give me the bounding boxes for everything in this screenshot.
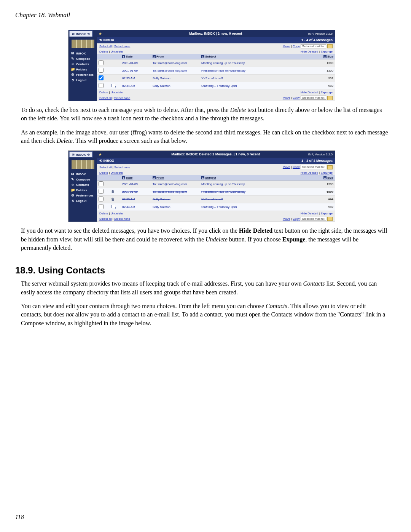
col-subject[interactable]: ▲Subject <box>200 54 315 59</box>
sidebar-item-inbox[interactable]: ✉INBOX <box>70 51 96 56</box>
text: To do so, check the box next to each mes… <box>21 107 230 113</box>
help-icon[interactable]: ★ <box>99 152 102 157</box>
row-checkbox[interactable] <box>99 189 104 194</box>
cell-date: 2001-01-09 <box>121 59 151 67</box>
sidebar-item-contacts[interactable]: ☺Contacts <box>70 61 96 67</box>
folder-icon[interactable] <box>327 44 333 48</box>
expunge-link[interactable]: Expunge <box>320 91 333 94</box>
undelete-link[interactable]: Undelete <box>111 171 123 174</box>
tab-inbox[interactable]: ✉INBOX⟲ <box>69 152 92 157</box>
sidebar-item-label: Preferences <box>76 194 94 197</box>
folder-icon[interactable] <box>327 217 333 221</box>
folder-icon[interactable] <box>327 96 333 100</box>
text: The server webmail system provides two m… <box>21 280 303 287</box>
version-label: IMP, Version 3.2.5 <box>274 30 335 37</box>
undelete-link[interactable]: Undelete <box>111 212 123 215</box>
table-row[interactable]: 2001-01-09To: sales@code-dog.comMeeting … <box>97 59 335 67</box>
col-size[interactable]: ▲Size <box>315 175 335 181</box>
sidebar-item-logout[interactable]: ⎋Logout <box>70 198 96 203</box>
row-checkbox[interactable] <box>99 68 104 73</box>
sidebar-item-preferences[interactable]: ⚙Preferences <box>70 193 96 198</box>
table-row[interactable]: 🗑02:33 AMSally SalmonXYZ conf is on!!901 <box>97 195 335 203</box>
paragraph: As an example, in the image above, our u… <box>15 128 388 145</box>
move-link[interactable]: Move <box>283 45 290 48</box>
move-link[interactable]: Move <box>283 96 290 99</box>
select-all-link[interactable]: Select all <box>99 45 112 48</box>
refresh-icon[interactable]: ⟲ <box>87 153 90 157</box>
expunge-link[interactable]: Expunge <box>320 171 333 174</box>
row-checkbox[interactable] <box>99 197 104 201</box>
sidebar-item-compose[interactable]: ✎Compose <box>70 177 96 182</box>
cell-from: Sally Salmon <box>151 203 200 211</box>
delete-link[interactable]: Delete <box>99 171 108 174</box>
table-row[interactable]: 2001-01-09To: sales@code-dog.comMeeting … <box>97 180 335 188</box>
folder-icon[interactable] <box>327 165 333 169</box>
table-row[interactable]: 2001-01-09To: sales@code-dog.comPresenta… <box>97 67 335 75</box>
sort-icon: ▲ <box>201 176 204 179</box>
hide-deleted-link[interactable]: Hide Deleted <box>301 212 318 215</box>
select-all-link[interactable]: Select all <box>99 96 112 100</box>
sidebar-item-preferences-icon: ⚙ <box>71 73 75 77</box>
undelete-link[interactable]: Undelete <box>111 50 123 53</box>
move-link[interactable]: Move <box>283 165 290 169</box>
sidebar-item-logout-icon: ⎋ <box>71 199 75 203</box>
refresh-icon[interactable]: ⟲ <box>99 38 104 42</box>
delete-link[interactable]: Delete <box>99 212 108 215</box>
destination-select[interactable]: Selected mail to: <box>301 44 326 48</box>
select-none-link[interactable]: Select none <box>114 166 130 169</box>
select-none-link[interactable]: Select none <box>114 45 130 48</box>
select-none-link[interactable]: Select none <box>114 96 130 100</box>
sidebar-item-logout[interactable]: ⎋Logout <box>70 77 96 83</box>
refresh-icon[interactable]: ⟲ <box>87 32 90 36</box>
copy-link[interactable]: Copy <box>293 217 300 220</box>
undelete-link[interactable]: Undelete <box>111 91 123 94</box>
col-subject[interactable]: ▲Subject <box>200 175 315 181</box>
cell-subject: Presentation due on Wednesday <box>200 188 315 195</box>
destination-select[interactable]: Selected mail to: <box>301 165 326 169</box>
sidebar-item-inbox[interactable]: ✉INBOX <box>70 171 96 177</box>
sidebar-item-folders[interactable]: 📁Folders <box>70 187 96 193</box>
tab-inbox[interactable]: ✉INBOX⟲ <box>69 31 92 37</box>
col-from[interactable]: ▲From <box>151 175 200 181</box>
sidebar-item-preferences[interactable]: ⚙Preferences <box>70 72 96 77</box>
delete-link[interactable]: Delete <box>99 50 108 53</box>
sidebar-item-contacts-icon: ☺ <box>71 62 75 66</box>
hide-deleted-link[interactable]: Hide Deleted <box>301 91 318 94</box>
delete-link[interactable]: Delete <box>99 91 108 94</box>
table-row[interactable]: 02:33 AMSally SalmonXYZ conf is on!!901 <box>97 75 335 82</box>
table-row[interactable]: 🗑2001-01-09To: sales@code-dog.comPresent… <box>97 188 335 195</box>
hide-deleted-link[interactable]: Hide Deleted <box>301 171 318 174</box>
row-checkbox[interactable] <box>99 75 104 80</box>
sort-icon: ▲ <box>323 55 327 58</box>
col-date[interactable]: ▲Date <box>121 54 151 59</box>
copy-link[interactable]: Copy <box>293 45 300 48</box>
destination-select[interactable]: Selected mail to: <box>301 96 326 100</box>
row-checkbox[interactable] <box>99 181 104 186</box>
tab-label: INBOX <box>76 153 86 157</box>
sidebar-item-contacts[interactable]: ☺Contacts <box>70 182 96 187</box>
col-date[interactable]: ▲Date <box>121 175 151 181</box>
refresh-icon[interactable]: ⟲ <box>99 159 104 163</box>
move-link[interactable]: Move <box>283 217 290 220</box>
col-size[interactable]: ▲Size <box>315 54 335 59</box>
table-row[interactable]: 02:44 AMSally SalmonStaff mtg – Thursday… <box>97 203 335 211</box>
table-row[interactable]: 02:44 AMSally SalmonStaff mtg – Thursday… <box>97 82 335 90</box>
col-from[interactable]: ▲From <box>151 54 200 59</box>
select-all-link[interactable]: Select all <box>99 166 112 169</box>
copy-link[interactable]: Copy <box>293 165 300 169</box>
select-none-link[interactable]: Select none <box>114 217 130 220</box>
help-icon[interactable]: ★ <box>99 32 102 36</box>
sidebar-item-label: Contacts <box>76 62 89 66</box>
sidebar-item-compose[interactable]: ✎Compose <box>70 56 96 61</box>
sidebar-item-folders[interactable]: 📁Folders <box>70 67 96 72</box>
row-checkbox[interactable] <box>99 60 104 65</box>
expunge-link[interactable]: Expunge <box>320 50 333 53</box>
col-icons <box>108 54 121 59</box>
row-checkbox[interactable] <box>99 83 104 88</box>
row-checkbox[interactable] <box>99 204 104 209</box>
hide-deleted-link[interactable]: Hide Deleted <box>301 50 318 53</box>
expunge-link[interactable]: Expunge <box>320 212 333 215</box>
copy-link[interactable]: Copy <box>293 96 300 99</box>
destination-select[interactable]: Selected mail to: <box>301 217 326 221</box>
select-all-link[interactable]: Select all <box>99 217 112 220</box>
